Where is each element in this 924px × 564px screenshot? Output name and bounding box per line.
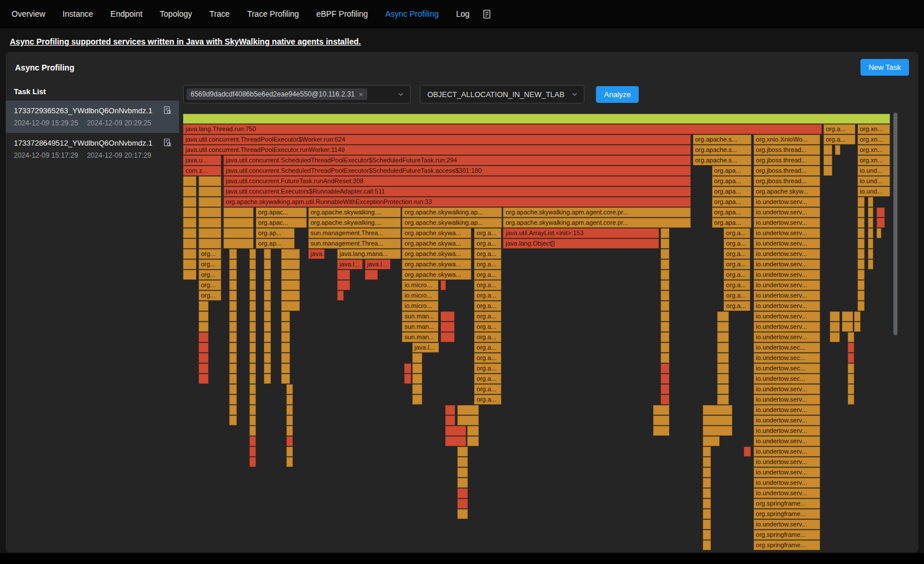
new-task-button[interactable]: New Task xyxy=(860,59,909,76)
flame-frame[interactable] xyxy=(199,197,221,207)
flame-frame[interactable] xyxy=(223,228,254,238)
flame-frame[interactable] xyxy=(858,280,865,290)
flame-frame[interactable]: io.undertow.sec... xyxy=(754,353,820,363)
flame-frame[interactable] xyxy=(445,415,455,425)
flame-frame[interactable]: org.a... xyxy=(474,280,501,290)
flame-frame[interactable] xyxy=(467,426,479,436)
flame-frame[interactable] xyxy=(286,436,293,446)
flame-frame[interactable] xyxy=(661,374,669,384)
flame-frame[interactable] xyxy=(281,301,300,311)
flame-frame[interactable] xyxy=(249,322,256,332)
flame-frame[interactable] xyxy=(868,259,873,269)
flame-frame[interactable] xyxy=(441,322,454,332)
flame-frame[interactable] xyxy=(249,280,256,290)
flame-frame[interactable] xyxy=(249,249,256,259)
flame-frame[interactable] xyxy=(249,259,256,269)
flame-frame[interactable]: org.xn... xyxy=(858,155,890,165)
flame-frame[interactable] xyxy=(457,499,468,509)
flame-frame[interactable] xyxy=(229,343,237,352)
flame-frame[interactable]: org.a... xyxy=(474,374,501,384)
flame-frame[interactable] xyxy=(229,249,237,259)
flame-frame[interactable] xyxy=(703,457,711,467)
flame-frame[interactable] xyxy=(717,374,729,384)
flame-frame[interactable] xyxy=(199,322,208,332)
flame-frame[interactable] xyxy=(229,415,237,425)
flame-frame[interactable] xyxy=(199,343,208,352)
flame-frame[interactable]: org.ap... xyxy=(256,239,295,248)
flame-frame[interactable]: org.a... xyxy=(474,239,501,248)
flame-frame[interactable] xyxy=(183,114,890,124)
flame-frame[interactable] xyxy=(264,353,271,363)
flame-frame[interactable]: org.xn... xyxy=(858,124,890,134)
flame-frame[interactable] xyxy=(199,374,208,384)
flame-frame[interactable] xyxy=(183,218,196,228)
analyze-button[interactable]: Analyze xyxy=(596,86,639,103)
flame-frame[interactable] xyxy=(199,332,208,342)
flame-frame[interactable]: org.a... xyxy=(824,135,855,144)
flame-frame[interactable]: org.a... xyxy=(724,249,750,259)
flame-frame[interactable] xyxy=(249,363,256,373)
flame-frame[interactable]: org.springframe... xyxy=(754,509,820,519)
flame-frame[interactable] xyxy=(858,228,865,238)
flame-frame[interactable] xyxy=(703,499,711,509)
flame-frame[interactable]: io.undertow.sec... xyxy=(754,363,820,373)
flame-frame[interactable] xyxy=(286,384,293,394)
flame-frame[interactable] xyxy=(412,353,422,363)
flame-frame[interactable]: io.undertow.serv... xyxy=(754,311,820,321)
flame-frame[interactable]: io.undertow.serv... xyxy=(754,332,820,342)
flame-frame[interactable] xyxy=(703,488,711,498)
flame-frame[interactable]: io.undertow.serv... xyxy=(754,457,820,467)
flame-frame[interactable] xyxy=(717,363,729,373)
flame-frame[interactable] xyxy=(281,280,300,290)
flame-frame[interactable] xyxy=(249,384,256,394)
flame-frame[interactable] xyxy=(249,343,256,352)
flame-frame[interactable] xyxy=(842,322,854,332)
flame-frame[interactable]: java.l... xyxy=(365,259,390,269)
flame-frame[interactable]: org.apache.skywa... xyxy=(402,259,471,269)
flame-frame[interactable] xyxy=(249,436,256,446)
flame-frame[interactable]: org.apa... xyxy=(712,207,752,217)
flame-frame[interactable]: org.a... xyxy=(724,239,750,248)
flame-frame[interactable]: org.a... xyxy=(474,249,501,259)
flame-frame[interactable] xyxy=(868,207,873,217)
flame-frame[interactable]: org.apache.skywalking.apm.agent.core.pr.… xyxy=(503,207,690,217)
flame-frame[interactable]: org.a... xyxy=(724,259,750,269)
task-detail-icon[interactable] xyxy=(163,106,172,115)
flame-frame[interactable] xyxy=(703,509,711,519)
flame-frame[interactable]: io.undertow.serv... xyxy=(754,467,820,477)
flame-frame[interactable]: io.undertow.serv... xyxy=(754,447,820,457)
flame-frame[interactable] xyxy=(661,291,669,300)
flame-frame[interactable]: io.undertow.serv... xyxy=(754,259,820,269)
flame-frame[interactable]: org.apache.s... xyxy=(693,145,752,155)
flame-frame[interactable] xyxy=(877,228,882,238)
flame-frame[interactable] xyxy=(445,436,465,446)
flame-frame[interactable] xyxy=(412,374,422,384)
flame-frame[interactable]: org.ap... xyxy=(256,228,295,238)
tab-log[interactable]: Log xyxy=(448,0,478,28)
flame-frame[interactable]: java.lang.Object[] xyxy=(503,239,658,248)
flame-frame[interactable] xyxy=(229,395,237,405)
flame-frame[interactable] xyxy=(661,259,669,269)
flame-frame[interactable]: io.undertow.serv... xyxy=(754,395,820,405)
flame-frame[interactable] xyxy=(199,239,221,248)
flame-frame[interactable] xyxy=(249,332,256,342)
flame-frame[interactable]: org.a... xyxy=(474,228,501,238)
flame-frame[interactable] xyxy=(199,176,221,186)
flame-frame[interactable]: org.apac... xyxy=(256,218,307,228)
flame-frame[interactable] xyxy=(229,322,237,332)
flame-frame[interactable]: org.a... xyxy=(824,124,855,134)
tab-overview[interactable]: Overview xyxy=(3,0,54,28)
flame-frame[interactable]: io.undertow.serv... xyxy=(754,301,820,311)
flame-frame[interactable] xyxy=(229,353,237,363)
flame-frame[interactable]: org.a... xyxy=(474,332,501,342)
flame-frame[interactable]: java.lang.Thread.run:750 xyxy=(183,124,822,134)
flame-frame[interactable]: org.apa... xyxy=(712,166,752,176)
flame-frame[interactable] xyxy=(868,197,873,207)
flame-frame[interactable] xyxy=(183,176,196,186)
flame-frame[interactable] xyxy=(457,405,479,415)
flame-frame[interactable]: io.undertow.serv... xyxy=(754,478,820,488)
flame-frame[interactable] xyxy=(199,207,221,217)
flame-frame[interactable] xyxy=(229,332,237,342)
flame-frame[interactable]: org.a... xyxy=(474,322,501,332)
flame-frame[interactable] xyxy=(183,207,196,217)
